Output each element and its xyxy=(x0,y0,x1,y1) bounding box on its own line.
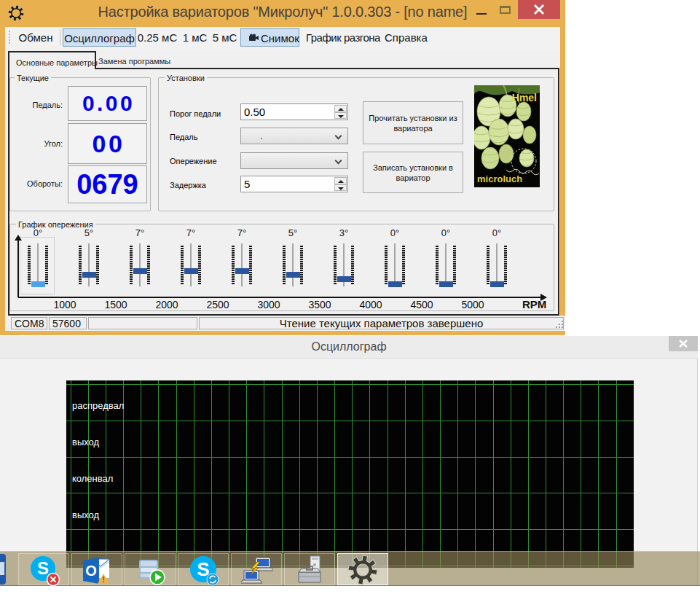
svg-text:microluch: microluch xyxy=(477,173,522,184)
svg-text:!: ! xyxy=(102,575,105,584)
svg-text:Hmel: Hmel xyxy=(512,92,537,103)
svg-text:S: S xyxy=(37,558,49,578)
svg-text:O: O xyxy=(85,563,97,579)
